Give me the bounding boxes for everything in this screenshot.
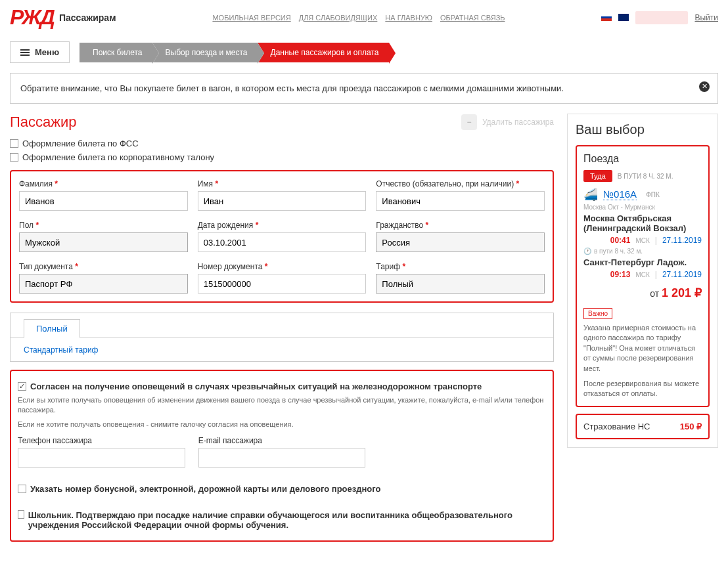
- corp-checkbox[interactable]: [10, 153, 18, 162]
- school-label: Школьник. Подтверждаю при посадке наличи…: [28, 510, 546, 530]
- phone-input[interactable]: [18, 448, 185, 468]
- direction-badge: Туда: [583, 170, 612, 182]
- crumb-select[interactable]: Выбор поезда и места: [152, 43, 258, 62]
- bonus-label: Указать номер бонусной, электронной, дор…: [30, 484, 380, 494]
- doctype-label: Тип документа *: [19, 262, 188, 271]
- dob-label: Дата рождения *: [198, 221, 367, 230]
- train-number-link[interactable]: №016А: [603, 188, 637, 200]
- travel-time: В ПУТИ 8 Ч. 32 М.: [618, 173, 673, 180]
- corp-label: Оформление билета по корпоративному тало…: [22, 152, 214, 162]
- tariff-tab[interactable]: Полный: [24, 319, 80, 338]
- gender-select[interactable]: Мужской: [19, 232, 188, 252]
- bonus-checkbox[interactable]: [18, 485, 26, 493]
- arrive-time: 09:13: [610, 270, 631, 279]
- firstname-input[interactable]: [198, 191, 367, 211]
- crumb-passenger[interactable]: Данные пассажиров и оплата: [258, 43, 389, 62]
- sidebar-title: Ваш выбор: [576, 122, 710, 137]
- citizenship-select[interactable]: Россия: [376, 232, 545, 252]
- fss-checkbox[interactable]: [10, 139, 18, 148]
- consent-box: Согласен на получение оповещений в случа…: [10, 370, 554, 542]
- close-icon[interactable]: ✕: [699, 81, 710, 92]
- accessibility-link[interactable]: ДЛЯ СЛАБОВИДЯЩИХ: [299, 14, 378, 22]
- docnum-input[interactable]: [198, 274, 367, 294]
- hamburger-icon: [20, 48, 30, 57]
- mobile-link[interactable]: МОБИЛЬНАЯ ВЕРСИЯ: [212, 14, 290, 22]
- passenger-form: Фамилия * Имя * Отчество (обязательно, п…: [10, 170, 554, 303]
- delete-passenger-button[interactable]: − Удалить пассажира: [461, 114, 554, 130]
- notice-banner: Обратите внимание, что Вы покупаете биле…: [10, 73, 718, 104]
- consent-info2: Если не хотите получать оповещения - сни…: [18, 420, 546, 429]
- flag-ru-icon[interactable]: [601, 14, 612, 21]
- important-text2: После резервирования вы можете отказатьс…: [583, 379, 702, 399]
- email-label: E-mail пассажира: [198, 436, 366, 445]
- consent-info1: Если вы хотите получать оповещения об из…: [18, 395, 546, 416]
- tariff-label: Тариф *: [376, 262, 545, 271]
- price-from-label: от: [650, 288, 659, 299]
- citizenship-label: Гражданство *: [376, 221, 545, 230]
- firstname-label: Имя *: [198, 179, 367, 188]
- flag-uk-icon[interactable]: [618, 14, 629, 21]
- station-to: Санкт-Петербург Ладож.: [583, 257, 702, 267]
- tariff-select[interactable]: Полный: [376, 274, 545, 294]
- sidebar: Ваш выбор Поезда Туда В ПУТИ 8 Ч. 32 М. …: [567, 114, 718, 448]
- lastname-input[interactable]: [19, 191, 188, 211]
- important-badge: Важно: [583, 308, 612, 319]
- logout-link[interactable]: Выйти: [694, 13, 718, 22]
- breadcrumb: Поиск билета Выбор поезда и места Данные…: [80, 43, 388, 62]
- station-from: Москва Октябрьская (Ленинградский Вокзал…: [583, 213, 702, 233]
- insurance-price: 150 ₽: [680, 422, 702, 431]
- passenger-title: Пассажир: [10, 114, 77, 131]
- dob-input[interactable]: [198, 232, 367, 252]
- school-checkbox[interactable]: [18, 510, 24, 519]
- important-text1: Указана примерная стоимость на одного па…: [583, 323, 702, 374]
- crumb-search[interactable]: Поиск билета: [80, 43, 152, 62]
- logo: РЖД: [10, 5, 54, 30]
- tariff-box: Полный Стандартный тариф: [10, 313, 554, 362]
- patronymic-label: Отчество (обязательно, при наличии) *: [376, 179, 545, 188]
- email-input[interactable]: [198, 448, 366, 468]
- arrive-tz: МСК: [635, 271, 649, 278]
- depart-tz: МСК: [635, 237, 649, 244]
- depart-time: 00:41: [610, 236, 631, 245]
- phone-label: Телефон пассажира: [18, 436, 185, 445]
- price-value: 1 201 ₽: [662, 286, 702, 299]
- home-link[interactable]: НА ГЛАВНУЮ: [385, 14, 432, 22]
- trains-heading: Поезда: [583, 153, 702, 165]
- consent-checkbox[interactable]: [18, 382, 26, 391]
- patronymic-input[interactable]: [376, 191, 545, 211]
- clock-icon: 🕐: [583, 248, 591, 255]
- notice-text: Обратите внимание, что Вы покупаете биле…: [20, 83, 564, 93]
- doctype-select[interactable]: Паспорт РФ: [19, 274, 188, 294]
- feedback-link[interactable]: ОБРАТНАЯ СВЯЗЬ: [440, 14, 505, 22]
- logo-subtitle: Пассажирам: [59, 12, 116, 23]
- transit-time: 🕐 в пути 8 ч. 32 м.: [583, 248, 702, 255]
- gender-label: Пол *: [19, 221, 188, 230]
- menu-button[interactable]: Меню: [10, 41, 70, 63]
- tariff-standard-link[interactable]: Стандартный тариф: [24, 345, 98, 355]
- route-text: Москва Окт - Мурманск: [583, 204, 702, 211]
- depart-date: 27.11.2019: [662, 236, 702, 245]
- fss-label: Оформление билета по ФСС: [22, 139, 139, 148]
- insurance-box[interactable]: Страхование НС 150 ₽: [576, 414, 710, 439]
- lastname-label: Фамилия *: [19, 179, 188, 188]
- consent-label: Согласен на получение оповещений в случа…: [30, 382, 482, 391]
- train-icon: 🚄: [583, 187, 598, 202]
- minus-icon: −: [461, 114, 477, 130]
- user-badge[interactable]: [635, 11, 688, 24]
- menu-label: Меню: [35, 47, 59, 57]
- train-company: ФПК: [646, 191, 660, 198]
- top-nav-links: МОБИЛЬНАЯ ВЕРСИЯ ДЛЯ СЛАБОВИДЯЩИХ НА ГЛА…: [212, 14, 505, 22]
- docnum-label: Номер документа *: [198, 262, 367, 271]
- insurance-label: Страхование НС: [583, 422, 650, 431]
- arrive-date: 27.11.2019: [662, 270, 702, 279]
- train-choice-box: Поезда Туда В ПУТИ 8 Ч. 32 М. 🚄 №016А ФП…: [576, 145, 710, 407]
